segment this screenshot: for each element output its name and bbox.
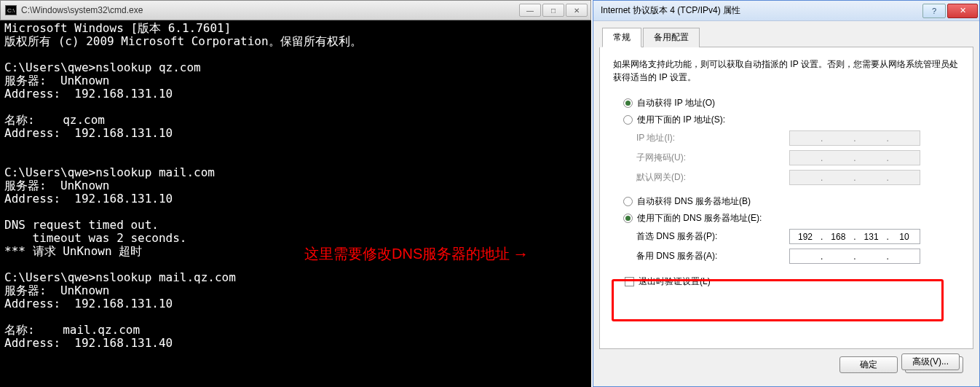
close-button[interactable]: ✕ xyxy=(947,4,978,18)
preferred-dns-input[interactable]: 192. 168. 131. 10 xyxy=(789,229,920,244)
radio-ip-auto[interactable]: 自动获得 IP 地址(O) xyxy=(623,97,960,109)
cmd-icon: C:\ xyxy=(5,5,17,15)
checkbox-label: 退出时验证设置(L) xyxy=(639,275,711,288)
advanced-button[interactable]: 高级(V)... xyxy=(901,353,960,370)
radio-icon xyxy=(623,197,633,206)
radio-label: 使用下面的 IP 地址(S): xyxy=(637,114,725,126)
cmd-window-buttons: — □ ✕ xyxy=(518,4,588,17)
cmd-title: C:\Windows\system32\cmd.exe xyxy=(21,5,518,15)
ip-octet[interactable]: 131 xyxy=(859,232,884,242)
radio-label: 自动获得 DNS 服务器地址(B) xyxy=(637,195,751,208)
subnet-mask-input: ... xyxy=(789,150,920,165)
alternate-dns-input[interactable]: ... xyxy=(789,249,920,264)
ok-button[interactable]: 确定 xyxy=(839,356,898,373)
radio-dns-auto[interactable]: 自动获得 DNS 服务器地址(B) xyxy=(623,195,960,208)
radio-icon xyxy=(623,98,633,108)
ip-octet[interactable]: 10 xyxy=(892,232,917,242)
field-subnet-mask: 子网掩码(U): ... xyxy=(636,150,960,165)
radio-dns-manual[interactable]: 使用下面的 DNS 服务器地址(E): xyxy=(623,212,960,224)
dialog-titlebar[interactable]: Internet 协议版本 4 (TCP/IPv4) 属性 ? ✕ xyxy=(593,1,979,21)
radio-ip-manual[interactable]: 使用下面的 IP 地址(S): xyxy=(623,114,960,126)
ip-address-input: ... xyxy=(789,130,920,146)
tab-general[interactable]: 常规 xyxy=(602,28,641,47)
field-gateway: 默认网关(D): ... xyxy=(636,170,960,185)
field-label: 默认网关(D): xyxy=(636,171,789,184)
field-label: 首选 DNS 服务器(P): xyxy=(636,230,789,243)
field-alternate-dns: 备用 DNS 服务器(A): ... xyxy=(636,249,960,264)
help-button[interactable]: ? xyxy=(922,4,946,18)
radio-label: 使用下面的 DNS 服务器地址(E): xyxy=(637,212,762,224)
description-text: 如果网络支持此功能，则可以获取自动指派的 IP 设置。否则，您需要从网络系统管理… xyxy=(613,58,960,84)
field-label: IP 地址(I): xyxy=(636,132,789,144)
tab-pane-general: 如果网络支持此功能，则可以获取自动指派的 IP 设置。否则，您需要从网络系统管理… xyxy=(599,47,973,349)
field-preferred-dns: 首选 DNS 服务器(P): 192. 168. 131. 10 xyxy=(636,229,960,244)
dialog-title-buttons: ? ✕ xyxy=(922,4,979,18)
cmd-titlebar[interactable]: C:\ C:\Windows\system32\cmd.exe — □ ✕ xyxy=(0,0,591,20)
validate-on-exit[interactable]: 退出时验证设置(L) xyxy=(625,275,960,288)
arrow-right-icon: → xyxy=(513,245,529,264)
dialog-content: 常规 备用配置 如果网络支持此功能，则可以获取自动指派的 IP 设置。否则，您需… xyxy=(593,21,979,386)
ip-octet[interactable]: 192 xyxy=(793,232,818,242)
close-button[interactable]: ✕ xyxy=(566,4,588,17)
annotation-text: 这里需要修改DNS服务器的地址 xyxy=(304,244,510,264)
cmd-window: C:\ C:\Windows\system32\cmd.exe — □ ✕ Mi… xyxy=(0,0,591,387)
field-label: 备用 DNS 服务器(A): xyxy=(636,250,789,262)
ip-octet[interactable]: 168 xyxy=(826,232,850,242)
radio-icon xyxy=(623,115,633,125)
cmd-output[interactable]: Microsoft Windows [版本 6.1.7601] 版权所有 (c)… xyxy=(0,20,591,387)
ip-fields: IP 地址(I): ... 子网掩码(U): ... 默认网关(D): ... xyxy=(636,130,960,185)
gateway-input: ... xyxy=(789,170,920,185)
tab-alternate[interactable]: 备用配置 xyxy=(643,28,700,47)
annotation-callout: 这里需要修改DNS服务器的地址 → xyxy=(304,244,529,264)
maximize-button[interactable]: □ xyxy=(542,4,564,17)
ipv4-properties-dialog: Internet 协议版本 4 (TCP/IPv4) 属性 ? ✕ 常规 备用配… xyxy=(593,0,980,387)
tabs: 常规 备用配置 xyxy=(602,27,973,47)
radio-icon xyxy=(623,214,633,223)
field-label: 子网掩码(U): xyxy=(636,152,789,164)
dialog-title: Internet 协议版本 4 (TCP/IPv4) 属性 xyxy=(601,4,922,17)
radio-label: 自动获得 IP 地址(O) xyxy=(637,97,715,109)
checkbox-icon xyxy=(625,277,634,286)
dns-fields: 首选 DNS 服务器(P): 192. 168. 131. 10 备用 DNS … xyxy=(636,229,960,264)
field-ip-address: IP 地址(I): ... xyxy=(636,130,960,146)
minimize-button[interactable]: — xyxy=(519,4,541,17)
